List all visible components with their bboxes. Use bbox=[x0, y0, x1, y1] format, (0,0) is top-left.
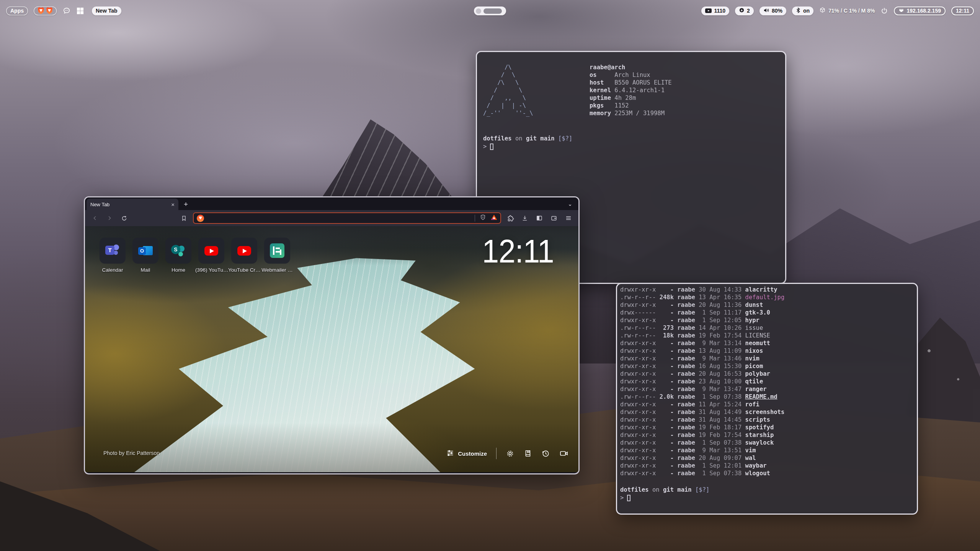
brave-icon[interactable] bbox=[38, 7, 44, 14]
download-icon[interactable] bbox=[519, 213, 530, 223]
file-row: drwxr-xr-x-raabe20 Aug 11:36dunst bbox=[620, 301, 784, 309]
sliders-icon bbox=[446, 449, 454, 458]
brave-icon[interactable] bbox=[46, 7, 52, 14]
url-bar[interactable] bbox=[193, 212, 501, 224]
apps-button[interactable]: Apps bbox=[6, 7, 28, 15]
top-site-box[interactable] bbox=[100, 238, 126, 264]
bookmark-icon[interactable] bbox=[178, 213, 189, 223]
info-row: uptime4h 28m bbox=[590, 94, 672, 102]
file-row: drwxr-xr-x-raabe9 Mar 13:46nvim bbox=[620, 355, 784, 362]
urlbar-right-controls bbox=[475, 214, 497, 222]
workspace-active[interactable] bbox=[483, 8, 502, 14]
top-site-tile[interactable]: Calendar bbox=[100, 238, 126, 273]
volume-widget[interactable]: 80% bbox=[760, 7, 786, 15]
tab-search-caret-icon[interactable]: ⌄ bbox=[562, 197, 578, 210]
file-row: drwx-------raabe1 Sep 11:17gtk-3.0 bbox=[620, 309, 784, 316]
file-row: drwxr-xr-x-raabe9 Mar 13:47ranger bbox=[620, 385, 784, 393]
speaker-icon bbox=[763, 7, 769, 15]
top-sites: Calendar Mail Home bbox=[100, 238, 290, 273]
top-site-box[interactable] bbox=[231, 238, 257, 264]
network-widget[interactable]: 192.168.2.159 bbox=[894, 7, 946, 15]
screen-camera-icon[interactable] bbox=[559, 449, 568, 458]
updates-widget[interactable]: 2 bbox=[735, 7, 754, 15]
top-site-icon bbox=[105, 243, 120, 258]
fastfetch-info-rows: osArch Linux hostB550 AORUS ELITE kernel… bbox=[590, 71, 672, 117]
top-site-label: Home bbox=[172, 267, 185, 273]
file-row: drwxr-xr-x-raabe30 Aug 14:33alacritty bbox=[620, 286, 784, 293]
customize-button[interactable]: Customize bbox=[446, 449, 487, 458]
top-site-box[interactable] bbox=[264, 238, 290, 264]
package-icon bbox=[819, 7, 826, 15]
file-row: .rw-r--r--248kraabe13 Apr 16:35default.j… bbox=[620, 293, 784, 301]
reload-button[interactable] bbox=[119, 213, 129, 223]
photo-credit: Photo by Eric Patterson bbox=[103, 450, 160, 456]
settings-gear-icon[interactable] bbox=[506, 449, 514, 458]
top-site-tile[interactable]: Mail bbox=[132, 238, 158, 273]
browser-window[interactable]: New Tab × + ⌄ bbox=[84, 196, 580, 474]
chat-icon[interactable] bbox=[62, 7, 71, 15]
bluetooth-icon bbox=[796, 7, 801, 15]
tab-close-icon[interactable]: × bbox=[171, 202, 175, 207]
top-site-icon bbox=[237, 243, 252, 258]
top-site-icon bbox=[204, 243, 219, 258]
status-widgets: 1110 2 80% bbox=[701, 7, 974, 15]
top-site-label: Webmailer … bbox=[261, 267, 293, 273]
youtube-widget[interactable]: 1110 bbox=[701, 7, 729, 15]
top-site-tile[interactable]: Webmailer … bbox=[264, 238, 290, 273]
file-row: drwxr-xr-x-raabe31 Aug 14:45scripts bbox=[620, 416, 784, 424]
sidebar-icon[interactable] bbox=[534, 213, 545, 223]
bookmarks-book-icon[interactable] bbox=[524, 449, 532, 458]
info-row: pkgs1152 bbox=[590, 102, 672, 109]
brave-rewards-icon[interactable] bbox=[491, 214, 497, 222]
top-site-tile[interactable]: YouTube Cr… bbox=[231, 238, 257, 273]
terminal-cursor bbox=[490, 143, 493, 150]
history-clock-icon[interactable] bbox=[541, 449, 550, 458]
power-icon[interactable] bbox=[880, 7, 888, 15]
file-row: drwxr-xr-x-raabe9 Mar 13:14neomutt bbox=[620, 339, 784, 347]
brave-shields-icon[interactable] bbox=[480, 214, 486, 222]
bluetooth-widget[interactable]: on bbox=[792, 7, 813, 15]
info-row: osArch Linux bbox=[590, 71, 672, 79]
top-site-icon bbox=[270, 243, 284, 258]
workspace-indicator[interactable] bbox=[474, 7, 506, 15]
file-row: drwxr-xr-x-raabe1 Sep 07:38swaylock bbox=[620, 439, 784, 447]
info-row: memory2253M / 31998M bbox=[590, 109, 672, 117]
workspace-dot[interactable] bbox=[476, 8, 481, 14]
status-bar: Apps New Tab 1110 bbox=[0, 0, 980, 21]
terminal-window-files[interactable]: drwxr-xr-x-raabe30 Aug 14:33alacritty .r… bbox=[616, 283, 918, 515]
extensions-icon[interactable] bbox=[505, 213, 516, 223]
file-row: drwxr-xr-x-raabe19 Feb 18:17spotifyd bbox=[620, 424, 784, 431]
search-engine-icon[interactable] bbox=[197, 215, 204, 222]
menu-icon[interactable] bbox=[563, 213, 574, 223]
wallet-icon[interactable] bbox=[549, 213, 559, 223]
shell-input-line[interactable]: > bbox=[620, 494, 630, 502]
clock-widget: 12:11 bbox=[951, 7, 974, 15]
windows-icon[interactable] bbox=[77, 7, 84, 15]
shell-prompt: dotfiles on git main [$?] bbox=[620, 486, 709, 494]
top-site-box[interactable] bbox=[198, 238, 224, 264]
controls-divider bbox=[496, 448, 497, 459]
file-row: .rw-r--r--18kraabe19 Feb 17:54LICENSE bbox=[620, 332, 784, 339]
top-site-label: (396) YouTu… bbox=[195, 267, 227, 273]
forward-button[interactable] bbox=[104, 213, 115, 223]
new-tab-button[interactable]: + bbox=[178, 199, 193, 210]
shell-input-line[interactable]: > bbox=[483, 143, 493, 150]
tab-bar: New Tab × + ⌄ bbox=[85, 197, 578, 210]
tab-new-tab[interactable]: New Tab × bbox=[87, 199, 178, 210]
youtube-icon bbox=[705, 8, 712, 13]
apps-label: Apps bbox=[10, 8, 24, 14]
browser-launcher-group[interactable] bbox=[34, 7, 57, 15]
tab-title: New Tab bbox=[90, 202, 168, 207]
top-site-box[interactable] bbox=[165, 238, 191, 264]
ntp-clock: 12:11 bbox=[482, 235, 554, 267]
top-site-icon bbox=[171, 243, 186, 258]
back-button[interactable] bbox=[90, 213, 100, 223]
file-row: drwxr-xr-x-raabe19 Feb 17:54starship bbox=[620, 431, 784, 439]
new-tab-page: Calendar Mail Home bbox=[85, 226, 578, 472]
file-row: drwxr-xr-x-raabe1 Sep 12:05hypr bbox=[620, 316, 784, 324]
top-site-tile[interactable]: (396) YouTu… bbox=[198, 238, 224, 273]
active-window-title: New Tab bbox=[92, 7, 121, 15]
file-row: drwxr-xr-x-raabe1 Sep 12:01waybar bbox=[620, 462, 784, 469]
top-site-box[interactable] bbox=[132, 238, 158, 264]
top-site-tile[interactable]: Home bbox=[165, 238, 191, 273]
